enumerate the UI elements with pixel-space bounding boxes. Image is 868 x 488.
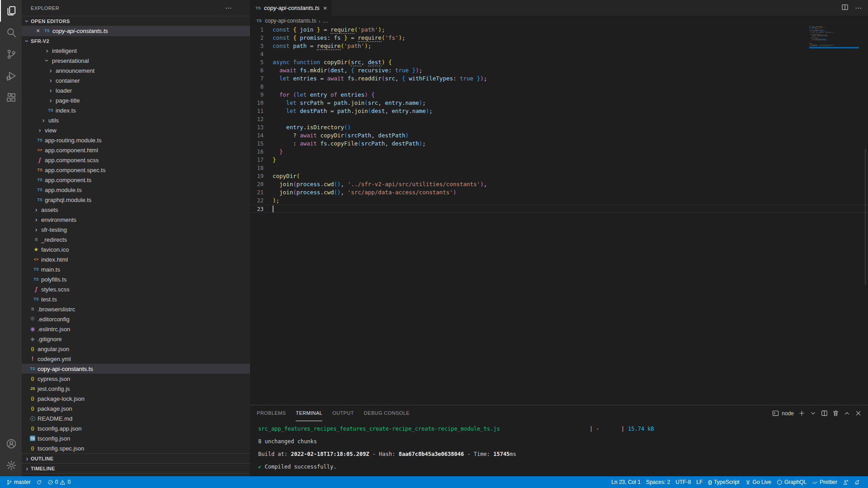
terminal-shell-label[interactable]: node (782, 410, 794, 417)
tree-item--editorconfig[interactable]: .editorconfig (22, 314, 250, 324)
status-notifications[interactable] (851, 476, 863, 488)
tree-item-app-component-scss[interactable]: ʃapp.component.scss (22, 155, 250, 165)
activity-bar-item-account[interactable] (0, 433, 22, 455)
activity-bar-item-run-debug[interactable] (0, 65, 22, 87)
section-header-timeline[interactable]: ›TIMELINE (22, 463, 250, 473)
tree-item-index-ts[interactable]: TSindex.ts (22, 105, 250, 115)
tree-item-label: copy-api-constants.ts (38, 366, 93, 372)
status-problems[interactable]: 00 (45, 476, 73, 488)
chevron-right-icon: › (33, 226, 40, 233)
tree-item-favicon-ico[interactable]: ★favicon.ico (22, 244, 250, 254)
activity-bar-item-settings[interactable] (0, 455, 22, 476)
tree-item-styles-scss[interactable]: ʃstyles.scss (22, 284, 250, 294)
split-editor-icon[interactable] (841, 4, 849, 13)
tree-item-label: favicon.ico (41, 246, 69, 253)
status-label: master (14, 479, 31, 485)
project-name-label: SFR-V2 (31, 38, 49, 44)
close-panel-icon[interactable] (855, 410, 862, 417)
tree-item-app-routing-module-ts[interactable]: TSapp-routing.module.ts (22, 135, 250, 145)
status-eol[interactable]: LF (693, 476, 705, 488)
terminal-line-1: src_app_features_recipes_features_create… (258, 425, 868, 433)
tree-folder-utils[interactable]: ›utils (22, 115, 250, 125)
status-go-live[interactable]: Go Live (742, 476, 774, 488)
tree-folder-assets[interactable]: ›assets (22, 205, 250, 215)
typescript-file-icon: TS (36, 196, 43, 203)
panel-tab-debug-console[interactable]: DEBUG CONSOLE (364, 405, 410, 421)
tree-item-label: cypress.json (38, 375, 70, 382)
tree-folder-container[interactable]: ›container (22, 75, 250, 85)
tree-item-cypress-json[interactable]: {}cypress.json (22, 374, 250, 384)
status-encoding[interactable]: UTF-8 (673, 476, 693, 488)
panel-tab-output[interactable]: OUTPUT (332, 405, 354, 421)
tree-item-polyfills-ts[interactable]: TSpolyfills.ts (22, 274, 250, 284)
activity-bar-item-search[interactable] (0, 22, 22, 43)
tree-item-tsconfig-spec-json[interactable]: {}tsconfig.spec.json (22, 443, 250, 453)
close-tab-icon[interactable]: × (323, 4, 327, 12)
new-terminal-icon[interactable] (798, 410, 805, 417)
section-header-npm-scripts[interactable]: ›NPM SCRIPTS (22, 473, 250, 476)
panel-tab-problems[interactable]: PROBLEMS (257, 405, 286, 421)
tree-item-angular-json[interactable]: {}angular.json (22, 344, 250, 354)
breadcrumb-file[interactable]: copy-api-constants.ts (265, 18, 316, 24)
tree-item-package-lock-json[interactable]: {}package-lock.json (22, 394, 250, 404)
tree-item--browserslistrc[interactable]: ≡.browserslistrc (22, 304, 250, 314)
tree-item-app-component-ts[interactable]: TSapp.component.ts (22, 175, 250, 185)
tree-item-app-component-html[interactable]: <>app.component.html (22, 145, 250, 155)
status-language-typescript[interactable]: {}TypeScript (705, 476, 742, 488)
tree-item-copy-api-constants-ts[interactable]: TScopy-api-constants.ts (22, 364, 250, 374)
tree-folder-presentational[interactable]: ›presentational (22, 56, 250, 66)
tree-folder-intelligent[interactable]: ›intelligent (22, 46, 250, 56)
activity-bar-item-source-control[interactable] (0, 43, 22, 65)
tree-folder-loader[interactable]: ›loader (22, 85, 250, 95)
status-graphql[interactable]: GraphQL (774, 476, 809, 488)
tree-item-main-ts[interactable]: TSmain.ts (22, 264, 250, 274)
tree-folder-sfr-testing[interactable]: ›sfr-testing (22, 225, 250, 235)
panel-tab-terminal[interactable]: TERMINAL (296, 405, 322, 421)
tree-item-label: presentational (52, 57, 89, 64)
tree-folder-environments[interactable]: ›environments (22, 215, 250, 225)
tree-folder-page-title[interactable]: ›page-title (22, 95, 250, 105)
maximize-panel-icon[interactable] (844, 410, 850, 417)
split-terminal-icon[interactable] (821, 410, 828, 417)
status-indentation[interactable]: Spaces: 2 (643, 476, 673, 488)
tree-item-codegen-yml[interactable]: !codegen.yml (22, 354, 250, 364)
tree-item-package-json[interactable]: {}package.json (22, 404, 250, 413)
tree-item--gitignore[interactable]: ◈.gitignore (22, 334, 250, 344)
tree-item-readme-md[interactable]: iREADME.md (22, 413, 250, 423)
minimap[interactable]: const { join } = require('path');const {… (809, 26, 862, 80)
activity-bar-item-extensions[interactable] (0, 87, 22, 108)
terminal-output[interactable]: src_app_features_recipes_features_create… (250, 421, 868, 484)
tree-item--eslintrc-json[interactable]: ◉.eslintrc.json (22, 324, 250, 334)
status-prettier[interactable]: Prettier (809, 476, 840, 488)
open-editors-header[interactable]: › OPEN EDITORS (22, 16, 250, 26)
project-section-header[interactable]: › SFR-V2 (22, 36, 250, 46)
activity-bar-item-explorer[interactable] (0, 0, 22, 22)
tree-folder-view[interactable]: ›view (22, 125, 250, 135)
breadcrumb[interactable]: TS copy-api-constants.ts › … (250, 16, 868, 26)
more-actions-icon[interactable]: ⋯ (225, 4, 232, 12)
code-editor[interactable]: 1const { join } = require('path');2const… (250, 26, 868, 405)
status-cursor-position[interactable]: Ln 23, Col 1 (609, 476, 643, 488)
status-sync[interactable] (33, 476, 45, 488)
tree-item-app-component-spec-ts[interactable]: TSapp.component.spec.ts (22, 165, 250, 175)
open-editor-item[interactable]: ×TScopy-api-constants.ts (22, 26, 250, 36)
tree-item-test-ts[interactable]: TStest.ts (22, 294, 250, 304)
tree-item-app-module-ts[interactable]: TSapp.module.ts (22, 185, 250, 195)
tree-item-tsconfig-app-json[interactable]: {}tsconfig.app.json (22, 423, 250, 433)
tree-item--redirects[interactable]: ≡_redirects (22, 235, 250, 244)
tree-item-graphql-module-ts[interactable]: TSgraphql.module.ts (22, 195, 250, 205)
tree-item-index-html[interactable]: <>index.html (22, 254, 250, 264)
status-git-branch[interactable]: master (4, 476, 33, 488)
more-actions-icon[interactable]: ⋯ (855, 4, 862, 12)
breadcrumb-symbol[interactable]: … (323, 18, 328, 24)
tab-copy-api-constants[interactable]: TS copy-api-constants.ts × (250, 0, 332, 16)
chevron-down-icon[interactable] (810, 410, 816, 417)
tree-item-jest-config-js[interactable]: JSjest.config.js (22, 384, 250, 394)
tree-folder-announcement[interactable]: ›announcement (22, 66, 250, 75)
kill-terminal-icon[interactable] (832, 410, 839, 417)
status-feedback[interactable] (840, 476, 851, 488)
section-header-outline[interactable]: ›OUTLINE (22, 453, 250, 463)
tree-item-tsconfig-json[interactable]: TStsconfig.json (22, 433, 250, 443)
status-label: Ln 23, Col 1 (611, 479, 641, 485)
close-editor-icon[interactable]: × (34, 27, 42, 34)
